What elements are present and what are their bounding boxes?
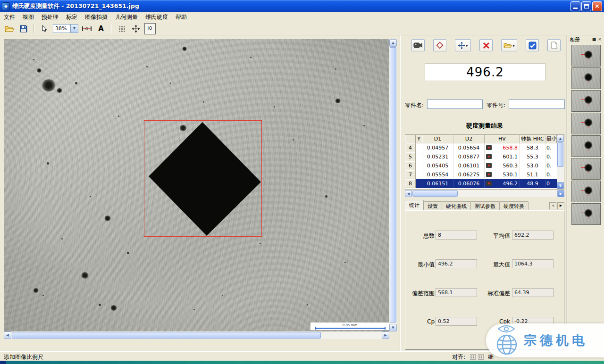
open-image-button[interactable]: ▼ [501, 39, 517, 51]
scroll-up-icon[interactable]: ▲ [557, 135, 564, 142]
row-number[interactable]: 5 [405, 152, 416, 161]
tab-nav: ◀ ▶ [549, 202, 564, 210]
table-horizontal-scrollbar[interactable]: ◀ ▶ [405, 190, 564, 197]
grid-toggle-button[interactable] [116, 23, 127, 34]
scroll-down-icon[interactable]: ▼ [389, 324, 397, 331]
menu-help[interactable]: 帮助 [172, 12, 191, 22]
align-grid-icon[interactable] [478, 354, 484, 360]
album-thumbnail[interactable] [571, 203, 601, 225]
io-capture-button[interactable]: IO [144, 23, 156, 34]
delete-measurement-button[interactable] [479, 39, 493, 51]
table-row[interactable]: 7 0.05554 0.06275 530.1 51.1 0. [405, 170, 557, 179]
close-button[interactable]: × [592, 1, 602, 11]
table-row[interactable]: 5 0.05231 0.05877 601.1 55.3 0. [405, 152, 557, 161]
album-title: 相册 [570, 36, 591, 43]
save-button[interactable] [18, 23, 29, 34]
scale-bar-line [315, 328, 386, 329]
scroll-left-icon[interactable]: ◀ [405, 190, 412, 197]
table-vertical-scrollbar[interactable]: ▲ ▼ [557, 135, 564, 189]
album-thumbnail[interactable] [571, 90, 601, 112]
text-annotation-button[interactable]: A [95, 23, 107, 34]
col-header-min[interactable]: 最小 [545, 135, 557, 143]
indent-thumb-icon [486, 163, 492, 168]
tab-hardness-convert[interactable]: 硬度转换 [499, 201, 528, 210]
image-viewport[interactable]: 0.05 mm [4, 39, 389, 331]
album-thumbnail[interactable] [571, 135, 601, 157]
row-number[interactable]: 6 [405, 161, 416, 170]
table-row[interactable]: 4 0.04957 0.05654 658.8 58.3 0. [405, 143, 557, 152]
scroll-thumb[interactable] [412, 190, 458, 197]
measure-scale-button[interactable] [81, 23, 92, 34]
album-panel: 相册 ■ × [568, 35, 604, 351]
row-number[interactable]: 8 [405, 179, 416, 188]
col-header-d2[interactable]: D2 [453, 135, 485, 143]
album-thumbnail[interactable] [571, 181, 601, 202]
table-row-selected[interactable]: 8 0.06151 0.06076 496.2 48.9 0 [405, 179, 557, 188]
indent-thumb-icon [486, 172, 492, 177]
pin-icon[interactable]: ■ [591, 37, 597, 42]
stat-max-value[interactable]: 1064.3 [512, 259, 554, 268]
col-header-y[interactable]: Y [416, 135, 422, 143]
stat-mean-value[interactable]: 692.2 [512, 231, 554, 240]
album-splitter[interactable] [566, 35, 567, 351]
menu-calibration[interactable]: 标定 [62, 12, 81, 22]
part-name-input[interactable] [427, 99, 483, 109]
zoom-dropdown-icon[interactable]: ▼ [70, 25, 78, 33]
panel-splitter[interactable] [400, 35, 401, 351]
tab-settings[interactable]: 设置 [423, 201, 442, 210]
cell-min: 0. [545, 170, 557, 179]
menu-file[interactable]: 文件 [0, 12, 19, 22]
move-measure-button[interactable]: ▼ [455, 39, 471, 51]
stat-min-value[interactable]: 496.2 [436, 259, 477, 268]
album-thumbnail[interactable] [571, 158, 601, 180]
new-blank-button[interactable] [547, 39, 561, 51]
menu-preprocess[interactable]: 预处理 [38, 12, 62, 22]
scroll-left-icon[interactable]: ◀ [4, 331, 11, 339]
col-header-hv[interactable]: HV [485, 135, 520, 143]
col-header-hrc[interactable]: 转换 HRC [520, 135, 545, 143]
align-grid-icon[interactable] [470, 354, 476, 360]
scroll-right-icon[interactable]: ▶ [557, 190, 564, 197]
album-thumbnail[interactable] [571, 113, 601, 134]
tab-test-params[interactable]: 测试参数 [470, 201, 500, 210]
open-file-button[interactable] [4, 23, 15, 34]
menu-view[interactable]: 视图 [19, 12, 38, 22]
image-horizontal-scrollbar[interactable]: ◀ ▶ [4, 331, 389, 339]
row-number[interactable]: 4 [405, 143, 416, 152]
menu-vickers[interactable]: 维氏硬度 [142, 12, 172, 22]
minimize-button[interactable] [570, 1, 580, 11]
capture-camera-button[interactable] [411, 39, 425, 51]
select-cursor-button[interactable] [39, 23, 50, 34]
tab-scroll-right-button[interactable]: ▶ [557, 202, 564, 209]
zoom-combobox[interactable]: 38% ▼ [53, 24, 78, 33]
scroll-thumb[interactable] [390, 47, 396, 323]
table-row[interactable]: 6 0.05405 0.06101 560.3 53.0 0. [405, 161, 557, 170]
menu-image-capture[interactable]: 图像拍摄 [81, 12, 111, 22]
col-header-d1[interactable]: D1 [422, 135, 453, 143]
scroll-thumb[interactable] [12, 332, 321, 339]
scroll-up-icon[interactable]: ▲ [389, 39, 397, 47]
scroll-down-icon[interactable]: ▼ [557, 182, 564, 189]
stat-range-value[interactable]: 568.1 [436, 288, 477, 297]
auto-measure-toggle[interactable] [526, 39, 539, 51]
tab-hardening-curve[interactable]: 硬化曲线 [442, 201, 471, 210]
maximize-button[interactable] [581, 1, 591, 11]
tab-scroll-left-button[interactable]: ◀ [549, 202, 556, 209]
stat-total-value[interactable]: 8 [436, 231, 477, 240]
album-thumbnail[interactable] [571, 67, 601, 89]
album-thumbnail[interactable] [571, 45, 601, 66]
tab-statistics[interactable]: 统计 [405, 200, 424, 210]
stat-cp-value[interactable]: 0.52 [436, 317, 477, 326]
measurement-selection-box[interactable] [144, 120, 262, 237]
menu-geometry[interactable]: 几何测量 [111, 12, 142, 22]
indent-detect-button[interactable] [433, 39, 446, 51]
cell-hrc: 48.9 [520, 179, 545, 188]
part-no-input[interactable] [509, 99, 565, 109]
close-icon[interactable]: × [597, 37, 603, 42]
row-number[interactable]: 7 [405, 170, 416, 179]
scroll-thumb[interactable] [557, 142, 563, 167]
image-vertical-scrollbar[interactable]: ▲ ▼ [389, 39, 397, 331]
stat-stddev-value[interactable]: 64.39 [512, 288, 554, 297]
scroll-right-icon[interactable]: ▶ [382, 331, 389, 339]
pan-crosshair-button[interactable] [130, 23, 142, 34]
